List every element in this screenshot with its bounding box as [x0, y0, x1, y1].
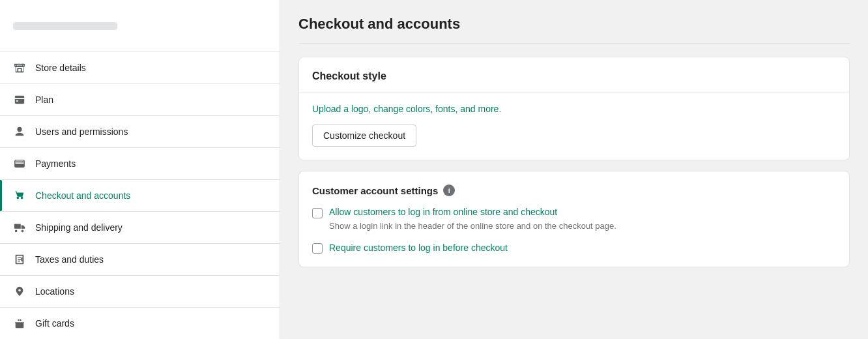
payments-icon: [13, 157, 26, 170]
shipping-icon: [13, 221, 26, 234]
sidebar-top: [0, 0, 280, 52]
plan-icon: [13, 93, 26, 106]
sidebar: Store details Plan Users and permissions…: [0, 0, 280, 339]
checkbox-row-require-login: Require customers to log in before check…: [312, 242, 836, 254]
store-icon: [13, 61, 26, 74]
checkbox-content-login: Allow customers to log in from online st…: [329, 207, 616, 231]
checkbox-row-login: Allow customers to log in from online st…: [312, 207, 836, 231]
sidebar-item-label: Shipping and delivery: [35, 222, 123, 233]
require-login-label[interactable]: Require customers to log in before check…: [329, 243, 508, 253]
customer-account-settings-card: Customer account settings i Allow custom…: [298, 171, 850, 267]
sidebar-item-label: Payments: [35, 158, 76, 169]
page-divider: [298, 43, 850, 44]
allow-login-label[interactable]: Allow customers to log in from online st…: [329, 207, 616, 217]
allow-login-checkbox[interactable]: [312, 208, 323, 218]
sidebar-item-plan[interactable]: Plan: [0, 84, 280, 116]
taxes-icon: [13, 253, 26, 266]
location-icon: [13, 285, 26, 298]
customer-account-settings-title: Customer account settings: [312, 185, 438, 196]
sidebar-item-checkout-accounts[interactable]: Checkout and accounts: [0, 180, 280, 212]
sidebar-item-label: Taxes and duties: [35, 254, 104, 265]
sidebar-item-label: Store details: [35, 63, 86, 73]
info-icon[interactable]: i: [443, 184, 455, 196]
sidebar-top-placeholder: [13, 22, 117, 30]
sidebar-item-label: Locations: [35, 286, 74, 297]
sidebar-item-store-details[interactable]: Store details: [0, 52, 280, 84]
card-divider: [299, 93, 849, 93]
checkbox-content-require-login: Require customers to log in before check…: [329, 242, 508, 254]
user-icon: [13, 125, 26, 138]
sidebar-item-locations[interactable]: Locations: [0, 276, 280, 308]
svg-rect-4: [16, 323, 24, 328]
sidebar-item-gift-cards[interactable]: Gift cards: [0, 308, 280, 339]
page-title: Checkout and accounts: [298, 16, 850, 33]
main-content: Checkout and accounts Checkout style Upl…: [280, 0, 868, 339]
sidebar-item-users-permissions[interactable]: Users and permissions: [0, 116, 280, 148]
sidebar-item-shipping-delivery[interactable]: Shipping and delivery: [0, 212, 280, 244]
svg-rect-3: [15, 322, 24, 323]
checkout-style-card: Checkout style Upload a logo, change col…: [298, 57, 850, 160]
upload-link[interactable]: Upload a logo, change colors, fonts, and…: [312, 104, 836, 114]
sidebar-item-label: Gift cards: [35, 318, 74, 329]
sidebar-item-label: Checkout and accounts: [35, 190, 130, 201]
gift-icon: [13, 317, 26, 330]
require-login-checkbox[interactable]: [312, 243, 323, 254]
customize-checkout-button[interactable]: Customize checkout: [312, 125, 416, 147]
sidebar-item-label: Users and permissions: [35, 126, 128, 137]
checkout-style-title: Checkout style: [312, 70, 836, 82]
allow-login-sublabel: Show a login link in the header of the o…: [329, 221, 616, 231]
section-heading: Customer account settings i: [312, 184, 836, 196]
sidebar-item-label: Plan: [35, 95, 53, 105]
sidebar-item-taxes-duties[interactable]: Taxes and duties: [0, 244, 280, 276]
sidebar-item-payments[interactable]: Payments: [0, 148, 280, 180]
cart-icon: [13, 189, 26, 202]
